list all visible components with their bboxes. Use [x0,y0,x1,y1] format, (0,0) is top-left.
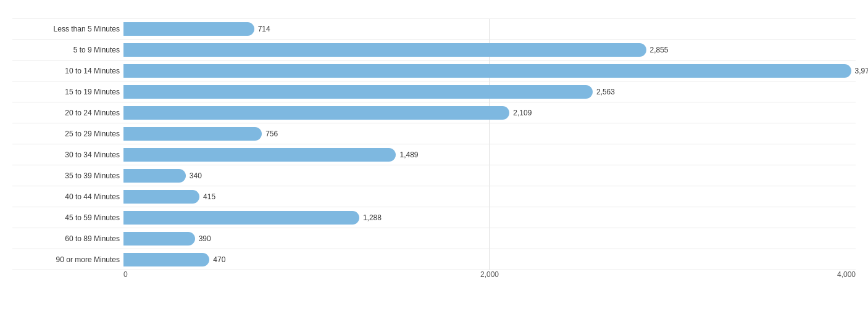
bar-fill: 1,288 [123,211,359,225]
bar-fill: 1,489 [123,148,396,162]
bar-label: Less than 5 Minutes [12,25,123,33]
bar-label: 35 to 39 Minutes [12,171,123,180]
bar-fill: 415 [123,190,199,204]
bar-label: 10 to 14 Minutes [12,67,123,75]
bar-label: 30 to 34 Minutes [12,151,123,159]
bar-fill: 340 [123,169,186,183]
bar-row: 40 to 44 Minutes415 [12,186,856,207]
bar-label: 90 or more Minutes [12,255,123,264]
bar-row: Less than 5 Minutes714 [12,19,856,39]
bar-section: 415 [123,186,856,207]
bar-section: 340 [123,165,856,186]
bar-row: 25 to 29 Minutes756 [12,123,856,144]
bar-fill: 470 [123,253,209,266]
bar-row: 60 to 89 Minutes390 [12,228,856,249]
bar-fill: 3,975 [123,64,851,78]
bar-value-label: 470 [213,255,225,264]
bar-section: 390 [123,228,856,249]
bar-row: 30 to 34 Minutes1,489 [12,144,856,165]
x-axis-label-4000: 4,000 [837,270,856,279]
bar-section: 470 [123,249,856,270]
bar-row: 20 to 24 Minutes2,109 [12,102,856,123]
bar-row: 45 to 59 Minutes1,288 [12,207,856,228]
bar-value-label: 3,975 [855,67,868,75]
bar-fill: 2,563 [123,85,593,99]
bar-value-label: 2,563 [596,88,615,96]
bar-section: 2,563 [123,81,856,102]
bar-value-label: 1,489 [399,151,418,159]
bar-value-label: 2,109 [513,109,532,117]
bar-section: 756 [123,123,856,144]
bar-value-label: 415 [203,192,215,201]
bar-section: 2,855 [123,39,856,60]
bar-label: 15 to 19 Minutes [12,88,123,96]
bar-fill: 390 [123,232,195,246]
bar-row: 35 to 39 Minutes340 [12,165,856,186]
bar-value-label: 340 [190,171,202,180]
bar-fill: 2,855 [123,43,646,57]
bar-value-label: 390 [199,234,211,243]
bar-value-label: 2,855 [650,46,669,54]
bar-label: 45 to 59 Minutes [12,213,123,222]
bar-fill: 2,109 [123,106,509,120]
bar-value-label: 1,288 [363,213,382,222]
bar-label: 5 to 9 Minutes [12,46,123,54]
bar-label: 40 to 44 Minutes [12,192,123,201]
bar-row: 5 to 9 Minutes2,855 [12,39,856,60]
bar-section: 2,109 [123,102,856,123]
bar-section: 3,975 [123,60,856,81]
bar-label: 20 to 24 Minutes [12,109,123,117]
chart-area: Less than 5 Minutes7145 to 9 Minutes2,85… [12,19,856,270]
bar-row: 15 to 19 Minutes2,563 [12,81,856,102]
bar-section: 714 [123,19,856,39]
bar-fill: 714 [123,22,254,36]
bar-section: 1,489 [123,144,856,165]
chart-container: Less than 5 Minutes7145 to 9 Minutes2,85… [0,0,868,322]
x-axis: 0 2,000 4,000 [123,270,856,283]
bar-section: 1,288 [123,207,856,228]
bar-label: 60 to 89 Minutes [12,234,123,243]
x-axis-label-0: 0 [123,270,128,279]
bar-fill: 756 [123,127,262,141]
bar-label: 25 to 29 Minutes [12,130,123,138]
bar-value-label: 714 [258,25,270,33]
bar-row: 10 to 14 Minutes3,975 [12,60,856,81]
x-axis-label-2000: 2,000 [480,270,499,279]
bar-value-label: 756 [265,130,278,138]
bar-row: 90 or more Minutes470 [12,249,856,270]
